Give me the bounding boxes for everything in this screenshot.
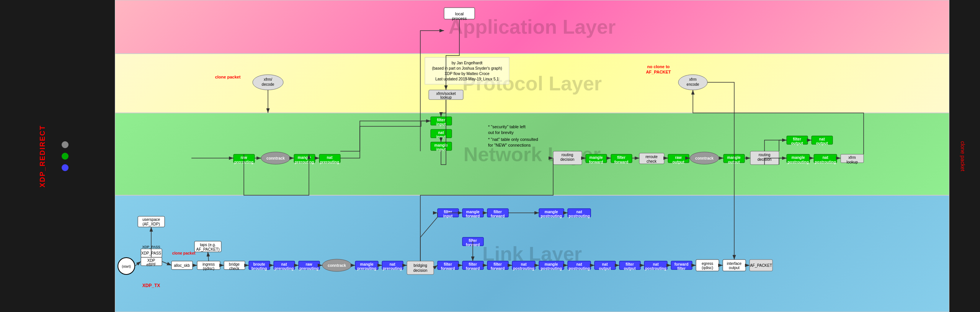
link-layer-title: Link Layer bbox=[482, 242, 582, 265]
legend-item-green bbox=[62, 153, 69, 160]
network-layer-title: Network Layer bbox=[464, 143, 601, 166]
right-sidebar: clone packet bbox=[949, 0, 980, 312]
legend-dot-green bbox=[62, 153, 69, 160]
protocol-layer-title: Protocol Layer bbox=[462, 72, 602, 95]
left-sidebar: XDP_REDIRECT bbox=[0, 0, 115, 312]
app-layer: Application Layer bbox=[115, 0, 949, 54]
network-layer: Network Layer bbox=[115, 113, 949, 195]
legend-dot-blue bbox=[62, 164, 69, 171]
link-layer: Link Layer bbox=[115, 195, 949, 312]
clone-packet-right-label: clone packet bbox=[960, 141, 966, 171]
legend-dot-gray bbox=[62, 141, 69, 148]
legend-item-gray bbox=[62, 141, 69, 148]
legend-item-blue bbox=[62, 164, 69, 171]
main-container: XDP_REDIRECT Application Layer Protocol … bbox=[0, 0, 980, 312]
app-layer-title: Application Layer bbox=[449, 15, 616, 38]
xdp-redirect-label: XDP_REDIRECT bbox=[39, 125, 47, 187]
legend bbox=[62, 141, 69, 171]
protocol-layer: Protocol Layer bbox=[115, 54, 949, 113]
diagram-area: Application Layer Protocol Layer Network… bbox=[115, 0, 949, 312]
